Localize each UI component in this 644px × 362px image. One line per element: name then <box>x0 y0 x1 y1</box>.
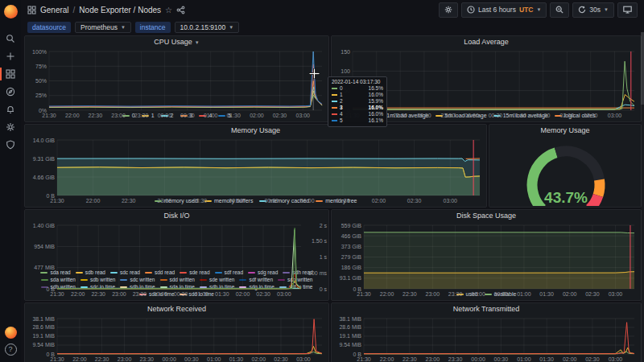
svg-text:22:00: 22:00 <box>380 356 394 362</box>
svg-text:19.1 MiB: 19.1 MiB <box>32 333 55 339</box>
datasource-variable-value[interactable]: Prometheus▼ <box>75 22 131 33</box>
svg-text:4.66 GiB: 4.66 GiB <box>33 175 56 180</box>
zoom-out-icon <box>555 6 564 14</box>
panel-title[interactable]: Network Received <box>25 303 328 315</box>
svg-text:02:30: 02:30 <box>273 113 287 118</box>
network-transmitted-chart[interactable]: 0 B9.54 MiB19.1 MiB28.6 MiB38.1 MiB21:30… <box>332 315 641 362</box>
disk-space-chart[interactable]: 0 B93.1 GiB186 GiB279 GiB373 GiB466 GiB5… <box>332 222 641 291</box>
svg-text:23:00: 23:00 <box>426 356 440 362</box>
svg-text:75%: 75% <box>35 64 47 69</box>
star-icon[interactable]: ☆ <box>165 6 172 14</box>
svg-text:00:00: 00:00 <box>471 356 485 362</box>
instance-variable-label: instance <box>135 22 171 33</box>
share-icon[interactable] <box>176 6 185 14</box>
svg-text:22:30: 22:30 <box>89 113 103 118</box>
svg-text:22:00: 22:00 <box>65 113 80 118</box>
svg-text:23:30: 23:30 <box>133 291 147 297</box>
svg-text:9.31 GiB: 9.31 GiB <box>33 156 56 162</box>
svg-text:01:30: 01:30 <box>215 291 229 297</box>
svg-text:1 s: 1 s <box>320 254 328 260</box>
svg-text:466 GiB: 466 GiB <box>341 233 362 239</box>
server-admin-icon[interactable] <box>0 136 21 154</box>
svg-text:02:00: 02:00 <box>563 291 577 297</box>
cpu-usage-chart[interactable]: 0%25%50%75%100%21:3022:0022:3023:0023:30… <box>25 48 328 113</box>
breadcrumb-dashboard[interactable]: Node Exporter / Nodes <box>79 6 161 14</box>
panel-title[interactable]: CPU Usage▼ <box>25 36 328 48</box>
svg-text:19.1 MiB: 19.1 MiB <box>339 333 361 339</box>
configuration-icon[interactable] <box>0 118 21 136</box>
svg-text:23:30: 23:30 <box>193 198 208 204</box>
svg-text:03:00: 03:00 <box>609 291 623 297</box>
user-avatar[interactable] <box>5 327 17 339</box>
svg-text:22:00: 22:00 <box>86 198 101 204</box>
alerting-icon[interactable] <box>0 101 21 118</box>
panel-title[interactable]: Load Average <box>332 36 641 48</box>
svg-text:23:00: 23:00 <box>112 291 126 297</box>
tooltip-timestamp: 2022-01-14 03:17:30 <box>332 79 383 84</box>
time-range-label: Last 6 hours <box>478 6 516 14</box>
svg-text:00:30: 00:30 <box>184 356 199 362</box>
cycle-view-button[interactable] <box>617 2 638 18</box>
svg-text:00:00: 00:00 <box>158 113 172 118</box>
svg-text:23:30: 23:30 <box>441 113 456 118</box>
refresh-icon <box>578 6 586 14</box>
grafana-logo[interactable] <box>4 5 18 19</box>
svg-text:02:00: 02:00 <box>563 356 577 362</box>
refresh-interval-label: 30s <box>589 6 601 14</box>
svg-text:02:00: 02:00 <box>372 198 386 204</box>
panel-disk-io: Disk I/O 0 B477 MiB954 MiB1.40 GiB21:302… <box>24 209 329 301</box>
svg-text:01:30: 01:30 <box>229 356 244 362</box>
panel-memory-usage-gauge: Memory Usage 43.7% <box>489 124 642 208</box>
explore-icon[interactable] <box>0 83 21 101</box>
svg-text:279 GiB: 279 GiB <box>341 254 362 260</box>
svg-text:22:00: 22:00 <box>71 291 85 297</box>
svg-text:01:30: 01:30 <box>539 356 554 362</box>
svg-text:23:00: 23:00 <box>417 113 431 118</box>
breadcrumb-folder[interactable]: General <box>40 6 69 14</box>
dashboard-settings-button[interactable] <box>439 2 458 18</box>
scrollbar[interactable] <box>641 32 644 362</box>
panel-title[interactable]: Disk Space Usage <box>332 210 641 222</box>
svg-text:00:00: 00:00 <box>153 291 167 297</box>
chevron-down-icon: ▼ <box>121 25 126 30</box>
svg-text:02:30: 02:30 <box>585 291 600 297</box>
svg-text:22:30: 22:30 <box>393 113 407 118</box>
zoom-out-button[interactable] <box>550 2 569 18</box>
svg-text:01:00: 01:00 <box>512 113 526 118</box>
svg-text:23:00: 23:00 <box>426 291 440 297</box>
help-icon[interactable]: ? <box>5 343 17 356</box>
svg-text:03:00: 03:00 <box>296 356 311 362</box>
svg-text:186 GiB: 186 GiB <box>341 265 362 270</box>
breadcrumb: General / Node Exporter / Nodes ☆ <box>27 6 185 14</box>
dashboards-icon[interactable] <box>0 65 21 83</box>
panel-title[interactable]: Network Transmitted <box>332 303 641 315</box>
panel-title[interactable]: Memory Usage <box>25 125 486 137</box>
network-received-chart[interactable]: 0 B9.54 MiB19.1 MiB28.6 MiB38.1 MiB21:30… <box>25 315 328 362</box>
panel-title[interactable]: Disk I/O <box>25 210 328 222</box>
svg-text:22:30: 22:30 <box>402 291 417 297</box>
create-icon[interactable] <box>0 47 21 65</box>
refresh-button[interactable]: 30s ▼ <box>572 2 614 18</box>
svg-text:02:30: 02:30 <box>256 291 270 297</box>
svg-text:03:00: 03:00 <box>277 291 291 297</box>
svg-text:21:30: 21:30 <box>50 291 64 297</box>
disk-io-chart[interactable]: 0 B477 MiB954 MiB1.40 GiB21:3022:0022:30… <box>25 222 328 269</box>
clock-icon <box>467 6 475 14</box>
svg-text:00:00: 00:00 <box>229 198 243 204</box>
svg-text:1.50 s: 1.50 s <box>312 238 328 244</box>
instance-variable-value[interactable]: 10.0.2.15:9100▼ <box>175 22 240 33</box>
svg-text:23:00: 23:00 <box>158 198 172 204</box>
svg-text:22:30: 22:30 <box>402 356 417 362</box>
time-range-picker[interactable]: Last 6 hours UTC ▼ <box>461 2 547 18</box>
svg-text:01:00: 01:00 <box>300 198 315 204</box>
svg-text:23:30: 23:30 <box>139 356 154 362</box>
memory-usage-chart[interactable]: 0 B4.66 GiB9.31 GiB14.0 GiB21:3022:0022:… <box>25 137 486 198</box>
svg-text:03:00: 03:00 <box>608 113 622 118</box>
svg-text:43.7%: 43.7% <box>544 189 588 206</box>
memory-gauge: 43.7% <box>489 137 641 206</box>
panel-title[interactable]: Memory Usage <box>489 125 641 137</box>
svg-text:21:30: 21:30 <box>50 356 64 362</box>
svg-text:02:30: 02:30 <box>585 356 600 362</box>
search-icon[interactable] <box>0 30 21 47</box>
variables-bar: datasource Prometheus▼ instance 10.0.2.1… <box>21 19 246 35</box>
